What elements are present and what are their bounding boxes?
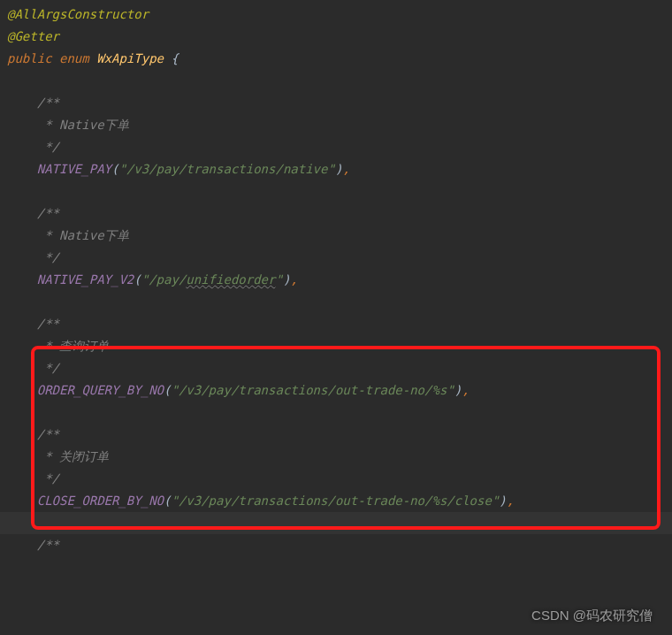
code-line: /** [7, 424, 672, 446]
paren: ) [454, 383, 462, 397]
string-literal-warning: unifiedorder [186, 272, 275, 287]
code-line [7, 70, 672, 92]
comment: * Native下单 [37, 118, 129, 132]
code-line: CLOSE_ORDER_BY_NO("/v3/pay/transactions/… [7, 490, 672, 512]
code-line: * Native下单 [7, 114, 672, 136]
comment: /** [37, 206, 59, 220]
string-literal: "/v3/pay/transactions/native" [118, 162, 334, 176]
comment: /** [37, 317, 59, 331]
comment: * 关闭订单 [37, 449, 109, 463]
comma: , [290, 272, 297, 287]
comment: */ [37, 471, 59, 486]
comment: * 查询订单 [37, 339, 109, 353]
code-line: @AllArgsConstructor [7, 4, 672, 26]
keyword-enum: enum [59, 51, 89, 65]
code-line: /** [7, 534, 672, 556]
code-line: ORDER_QUERY_BY_NO("/v3/pay/transactions/… [7, 379, 672, 402]
paren: ) [499, 493, 506, 508]
code-line [7, 291, 672, 313]
code-line [7, 180, 672, 203]
comma: , [507, 493, 514, 508]
enum-constant: NATIVE_PAY_V2 [37, 272, 134, 287]
string-literal: " [275, 272, 282, 287]
code-line: /** [7, 313, 672, 335]
paren: ( [134, 272, 141, 287]
comment: /** [37, 538, 59, 552]
code-line: * Native下单 [7, 225, 672, 247]
string-literal: "/pay/ [141, 272, 187, 287]
enum-constant: NATIVE_PAY [37, 162, 111, 176]
comma: , [462, 383, 469, 397]
code-line: */ [7, 357, 672, 379]
code-line: public enum WxApiType { [7, 48, 672, 70]
code-editor[interactable]: @AllArgsConstructor @Getter public enum … [7, 4, 672, 556]
code-line [7, 402, 672, 424]
code-line: NATIVE_PAY("/v3/pay/transactions/native"… [7, 158, 672, 180]
code-line: */ [7, 468, 672, 490]
comment: */ [37, 140, 59, 154]
brace: { [171, 51, 178, 65]
annotation: @Getter [7, 29, 59, 43]
comment: */ [37, 361, 59, 375]
code-line: /** [7, 203, 672, 225]
comment: /** [37, 96, 59, 110]
comment: /** [37, 427, 59, 441]
watermark: CSDN @码农研究僧 [531, 604, 653, 626]
code-line: @Getter [7, 26, 672, 48]
code-line: */ [7, 247, 672, 269]
enum-constant: CLOSE_ORDER_BY_NO [37, 493, 164, 508]
code-line [7, 512, 672, 534]
class-name: WxApiType [96, 51, 164, 65]
comma: , [342, 162, 349, 176]
annotation: @AllArgsConstructor [7, 7, 149, 21]
code-line: /** [7, 92, 672, 114]
code-line: * 关闭订单 [7, 446, 672, 468]
comment: * Native下单 [37, 228, 129, 242]
string-literal: "/v3/pay/transactions/out-trade-no/%s/cl… [171, 493, 499, 508]
string-literal: "/v3/pay/transactions/out-trade-no/%s" [171, 383, 454, 397]
code-line: NATIVE_PAY_V2("/pay/unifiedorder"), [7, 269, 672, 291]
code-line: */ [7, 136, 672, 158]
comment: */ [37, 250, 59, 264]
enum-constant: ORDER_QUERY_BY_NO [37, 383, 164, 397]
code-line: * 查询订单 [7, 335, 672, 357]
keyword-public: public [7, 51, 52, 65]
